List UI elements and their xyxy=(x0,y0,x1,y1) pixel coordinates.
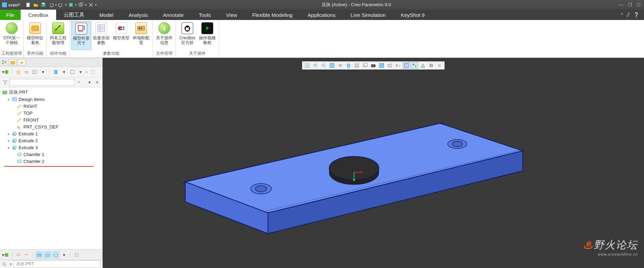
bt-shade1[interactable] xyxy=(36,251,43,258)
close-button[interactable]: ☐ xyxy=(637,2,641,7)
tree-item[interactable]: PRT_CSYS_DEF xyxy=(2,123,102,130)
tree-collapse-icon[interactable] xyxy=(23,69,30,75)
rbtn-otk[interactable]: OTK第一个按钮 xyxy=(2,21,22,50)
tree-item[interactable]: ▸Extrude 3 xyxy=(2,144,102,151)
tree-item[interactable]: TOP xyxy=(2,110,102,116)
plane-icon xyxy=(17,117,22,122)
bt-list2[interactable] xyxy=(23,251,30,258)
minimize-button[interactable]: ― xyxy=(619,2,623,7)
bt-shade3[interactable] xyxy=(52,251,59,258)
qat-new[interactable] xyxy=(25,1,32,8)
tree-item[interactable]: RIGHT xyxy=(2,103,102,110)
search-dropdown-icon[interactable]: ▾ xyxy=(86,79,93,85)
tree-search-input[interactable] xyxy=(10,79,75,86)
tree-settings-icon[interactable] xyxy=(69,69,76,75)
qat-windows[interactable] xyxy=(77,1,84,8)
tab-flex[interactable]: Flexible Modeling xyxy=(245,10,300,20)
add-search-icon[interactable]: + xyxy=(94,79,100,85)
select-arrow-icon[interactable] xyxy=(2,261,8,267)
vt-stop[interactable] xyxy=(436,62,443,69)
help-icon[interactable]: ❔ xyxy=(633,12,639,18)
vt-zoom-out[interactable]: - xyxy=(320,62,328,69)
tab-apps[interactable]: Applications xyxy=(300,10,343,20)
qat-open[interactable] xyxy=(32,1,39,8)
vt-named-views[interactable] xyxy=(345,62,352,69)
clear-search-icon[interactable]: × xyxy=(76,80,82,85)
collapse-ribbon-icon[interactable]: ^ xyxy=(621,12,623,18)
tab-keyshot[interactable]: KeyShot 9 xyxy=(393,10,432,20)
rbtn-tutorial[interactable]: 操作视频教程 xyxy=(197,21,217,50)
nav-tab-folder[interactable] xyxy=(9,59,17,65)
tree-more-icon[interactable]: ▾ xyxy=(77,69,84,75)
vt-refit[interactable] xyxy=(303,62,311,69)
tab-file[interactable]: File xyxy=(0,10,21,20)
tree-show-icon[interactable]: ▾ xyxy=(2,69,9,75)
tree-expand-icon[interactable] xyxy=(15,69,22,75)
vt-appearance[interactable] xyxy=(378,62,385,69)
qat-redo[interactable] xyxy=(58,1,64,8)
qat-close[interactable] xyxy=(87,1,94,8)
tree-item[interactable]: Chamfer 2 xyxy=(2,158,102,165)
bt-box[interactable] xyxy=(73,251,80,258)
model-tree[interactable]: 压块.PRT ▸Design Items RIGHT TOP FRONT PRT… xyxy=(0,87,102,249)
rbtn-outline-dim[interactable]: 模型外形尺寸 xyxy=(71,21,91,50)
tree-item[interactable]: ▸Extrude 2 xyxy=(2,137,102,144)
rbtn-model-type[interactable]: 模型类型 xyxy=(111,21,131,50)
vt-layers[interactable] xyxy=(403,62,410,69)
search-commands-icon[interactable]: ᔑ xyxy=(626,12,630,18)
rbtn-same-drw[interactable]: 同名工程图管理 xyxy=(48,21,68,50)
nav-tab-strip xyxy=(0,58,102,67)
tab-model[interactable]: Model xyxy=(92,10,121,20)
vt-view-manager[interactable] xyxy=(361,62,369,69)
maximize-button[interactable]: ❐ xyxy=(628,2,632,7)
vt-pause[interactable] xyxy=(427,62,435,69)
tab-view[interactable]: View xyxy=(218,10,245,20)
insert-indicator xyxy=(4,166,94,167)
rbtn-kro-config[interactable]: 科瑞欧配置 xyxy=(131,21,151,50)
svg-text:+: + xyxy=(314,64,316,66)
rbtn-about-plugin[interactable]: 关于插件信息 xyxy=(154,21,174,50)
tree-item[interactable]: ▸Extrude 1 xyxy=(2,130,102,137)
vt-camera[interactable] xyxy=(370,62,377,69)
vt-section[interactable] xyxy=(386,62,394,69)
qat-regen[interactable] xyxy=(67,1,74,8)
tree-item[interactable]: ▸Design Items xyxy=(2,96,102,103)
qat-undo[interactable] xyxy=(48,1,54,8)
tree-item[interactable]: FRONT xyxy=(2,116,102,123)
tab-livesim[interactable]: Live Simulation xyxy=(343,10,393,20)
tree-filter1-icon[interactable] xyxy=(52,69,59,75)
bt-list[interactable] xyxy=(15,251,22,258)
bt-more[interactable]: ▾ xyxy=(61,251,67,258)
bt-show[interactable]: ▾ xyxy=(2,251,9,258)
extrude-icon xyxy=(12,145,17,150)
qat-save[interactable] xyxy=(40,1,47,8)
rbtn-qq-group[interactable]: CreoBox官方群 xyxy=(177,21,197,50)
vt-repaint[interactable] xyxy=(328,62,336,69)
tab-tools[interactable]: Tools xyxy=(191,10,218,20)
nav-tree-icon[interactable] xyxy=(1,59,8,65)
tree-item[interactable]: Chamfer 1 xyxy=(2,151,102,158)
vt-annot-display[interactable] xyxy=(411,62,418,69)
rbtn-model-color[interactable]: 模型特征着色 xyxy=(25,21,45,50)
vt-spin[interactable] xyxy=(336,62,344,69)
tree-filter2-icon[interactable]: ▾ xyxy=(61,69,67,75)
vt-datum[interactable]: X↗ xyxy=(394,62,402,69)
tree-refresh-icon[interactable]: ▾ xyxy=(40,69,46,75)
tree-root[interactable]: 压块.PRT xyxy=(2,89,102,96)
tab-annotate[interactable]: Annotate xyxy=(155,10,191,20)
rbtn-batch-param[interactable]: 批量添加参数 xyxy=(91,21,111,50)
tree-column-icon[interactable] xyxy=(31,69,38,75)
nav-tab-favorites[interactable] xyxy=(18,59,25,65)
tab-yuntu[interactable]: 云图工具 xyxy=(56,10,92,20)
tree-copy-icon[interactable] xyxy=(89,69,96,75)
filter-icon[interactable] xyxy=(2,79,8,85)
vt-zoom-in[interactable]: + xyxy=(312,62,319,69)
bt-shade2[interactable] xyxy=(44,251,51,258)
logo-icon xyxy=(2,2,7,7)
vt-saved-views[interactable] xyxy=(353,62,361,69)
graphics-viewport[interactable]: + - X↗ xyxy=(103,58,644,260)
vt-warn[interactable] xyxy=(419,62,427,69)
svg-marker-31 xyxy=(20,61,24,64)
tab-creobox[interactable]: CreoBox xyxy=(21,10,56,20)
tab-analysis[interactable]: Analysis xyxy=(121,10,155,20)
